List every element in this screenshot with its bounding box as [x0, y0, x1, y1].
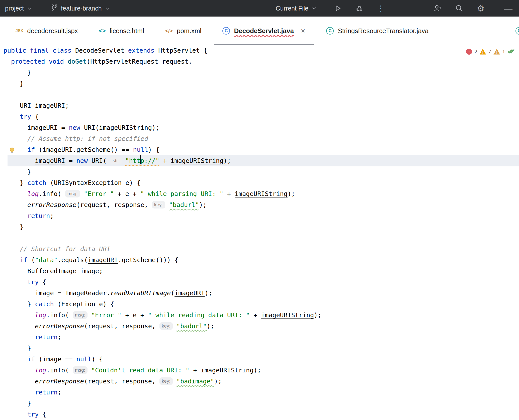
code-line[interactable]: } catch (Exception e) { — [0, 299, 519, 310]
minimize-button[interactable]: — — [502, 3, 514, 14]
code-token: (Exception e) { — [54, 300, 114, 308]
code-line[interactable]: try { — [0, 277, 519, 288]
code-token: catch — [35, 300, 54, 308]
code-line[interactable]: return; — [0, 211, 519, 222]
more-actions-icon[interactable]: ⋮ — [375, 3, 387, 14]
inspections-ok-icon[interactable]: ✔✔ — [507, 48, 517, 56]
run-button[interactable] — [332, 3, 343, 14]
code-line[interactable]: image = ImageReader.readDataURIImage(ima… — [0, 288, 519, 299]
code-line[interactable]: log.info( msg: "Error " + e + " while re… — [0, 310, 519, 321]
code-line[interactable]: } — [0, 343, 519, 354]
code-token: log — [35, 311, 46, 319]
code-token: ) { — [148, 146, 159, 153]
code-line[interactable]: try { — [0, 409, 519, 420]
project-widget[interactable]: project — [5, 5, 31, 12]
debug-button[interactable] — [354, 3, 365, 14]
code-line[interactable]: if (imageURI.getScheme() == null) { — [0, 144, 519, 155]
warning-icon[interactable]: ! — [480, 49, 486, 55]
code-token: imageURI — [35, 157, 65, 164]
run-config-selector[interactable]: Current File — [276, 5, 315, 12]
code-token: "Couldn't read data URI: " — [91, 367, 189, 374]
code-token: extends — [128, 47, 158, 54]
code-token: { — [39, 278, 46, 286]
problems-widget[interactable]: ! 2 ! 7 ! 1 ✔✔ — [466, 48, 519, 56]
chevron-down-icon — [106, 6, 109, 10]
warning-count: 7 — [488, 49, 491, 55]
code-line-text: public final class DecodeServlet extends… — [0, 47, 207, 54]
project-name: project — [5, 5, 24, 12]
code-line[interactable]: return; — [0, 332, 519, 343]
code-line[interactable]: } — [0, 398, 519, 409]
tab-overflow-icon[interactable]: C — [515, 27, 519, 35]
code-line[interactable]: protected void doGet(HttpServletRequest … — [0, 56, 519, 67]
tab-label: pom.xml — [177, 27, 201, 35]
code-line[interactable]: public final class DecodeServlet extends… — [0, 45, 519, 56]
code-token: if — [20, 256, 27, 264]
tab-stringsresourcetranslator-java[interactable]: C StringsResourceTranslator.java — [316, 17, 439, 45]
code-token: imageURIString — [235, 190, 288, 197]
code-token — [20, 124, 27, 131]
code-token — [20, 190, 27, 197]
code-line[interactable]: log.info( msg: "Couldn't read data URI: … — [0, 365, 519, 376]
code-token: ( — [171, 289, 175, 297]
code-line[interactable]: if ("data".equals(imageURI.getScheme()))… — [0, 255, 519, 266]
code-line[interactable]: errorResponse(request, response, key: "b… — [0, 321, 519, 332]
code-token: ( — [27, 256, 35, 264]
code-token — [20, 411, 27, 418]
code-token: } — [20, 179, 27, 186]
code-token: } — [20, 80, 24, 87]
code-line[interactable]: log.info( msg: "Error " + e + " while pa… — [0, 188, 519, 199]
tab-pom-xml[interactable]: </> pom.xml — [155, 17, 212, 45]
code-line-text: log.info( msg: "Error " + e + " while re… — [0, 311, 321, 319]
code-line[interactable]: } — [0, 67, 519, 78]
code-line[interactable]: try { — [0, 111, 519, 122]
code-token: catch — [27, 179, 46, 186]
code-line[interactable] — [0, 89, 519, 100]
intention-bulb-icon[interactable] — [9, 146, 16, 153]
vcs-branch-widget[interactable]: feature-branch — [50, 4, 109, 13]
code-token: try — [27, 411, 39, 418]
code-token: ); — [152, 124, 159, 131]
code-line-text: BufferedImage image; — [0, 267, 103, 275]
settings-gear-icon[interactable]: ⚙ — [475, 3, 486, 14]
code-token: ); — [214, 378, 222, 385]
search-icon[interactable] — [453, 3, 465, 14]
code-line[interactable]: return; — [0, 387, 519, 398]
code-line[interactable]: imageURI = new URI(imageURIString); — [0, 122, 519, 133]
code-line[interactable]: // Shortcut for data URI — [0, 244, 519, 255]
code-token — [20, 157, 35, 164]
code-token: ); — [314, 311, 321, 319]
code-line[interactable]: errorResponse(request, response, key: "b… — [0, 376, 519, 387]
tab-decodeservlet-java[interactable]: C DecodeServlet.java × — [212, 17, 316, 45]
code-line[interactable]: } catch (URISyntaxException e) { — [0, 177, 519, 188]
code-token: } — [20, 345, 31, 352]
chevron-down-icon — [312, 6, 316, 10]
add-user-button[interactable] — [432, 3, 443, 14]
code-editor[interactable]: }}URI imageURI;try { imageURI = new URI(… — [0, 67, 519, 420]
code-line-text: if (image == null) { — [0, 356, 103, 363]
tab-license-html[interactable]: <> license.html — [89, 17, 155, 45]
code-line[interactable]: imageURI = new URI( str: "http://" + ima… — [0, 155, 519, 166]
code-line[interactable]: // Assume http: if not specified — [0, 133, 519, 144]
code-line-text: imageURI = new URI(imageURIString); — [0, 124, 159, 131]
code-token: try — [27, 278, 39, 286]
code-line[interactable]: if (image == null) { — [0, 354, 519, 365]
code-token: imageURI — [35, 102, 65, 109]
code-line[interactable]: BufferedImage image; — [0, 266, 519, 277]
close-tab-icon[interactable]: × — [301, 27, 305, 35]
code-line[interactable]: } — [0, 78, 519, 89]
code-line-text: try { — [0, 411, 46, 418]
code-token: readDataURIImage — [110, 289, 171, 297]
code-line[interactable]: URI imageURI; — [0, 100, 519, 111]
tab-decoderesult-jspx[interactable]: JSX decoderesult.jspx — [5, 17, 89, 45]
code-line[interactable]: } — [0, 166, 519, 177]
code-token: " while reading data URI: " — [148, 311, 250, 319]
inlay-hint: key: — [159, 322, 173, 330]
code-line[interactable] — [0, 233, 519, 244]
error-icon[interactable]: ! — [466, 49, 472, 55]
code-token: + e + — [114, 190, 140, 197]
code-line[interactable]: } — [0, 222, 519, 233]
code-line[interactable]: errorResponse(request, response, key: "b… — [0, 199, 519, 211]
code-line-text: imageURI = new URI( str: "http://" + ima… — [0, 157, 231, 164]
weak-warning-icon[interactable]: ! — [493, 49, 500, 55]
